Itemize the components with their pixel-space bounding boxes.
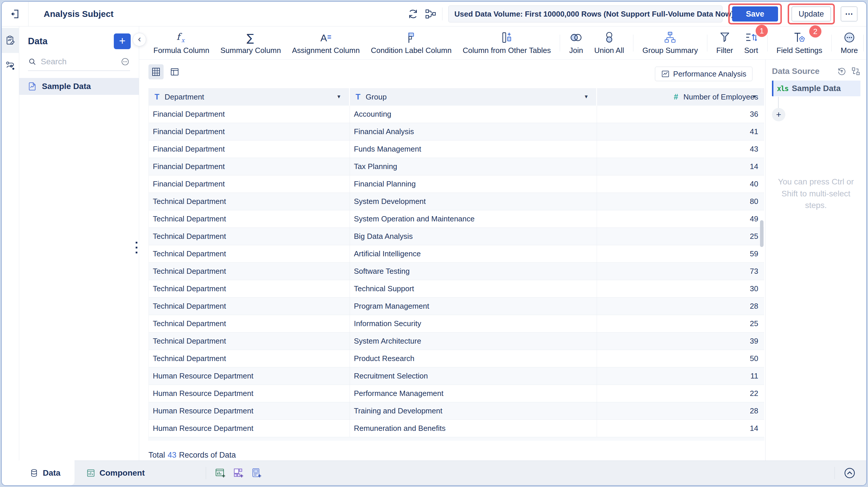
toolbar-group-summary[interactable]: Group Summary: [637, 31, 704, 55]
table-cell: Financial Department: [149, 175, 350, 193]
join-icon: [569, 31, 583, 44]
column-header-group[interactable]: TGroup▼: [350, 88, 597, 106]
table-row[interactable]: Financial DepartmentFinancial Analysis41: [149, 123, 764, 140]
table-row[interactable]: Financial DepartmentFinancial Planning40: [149, 175, 764, 193]
column-from-other-tables-icon: [500, 31, 514, 44]
search-input[interactable]: [41, 57, 116, 66]
table-row[interactable]: Technical DepartmentSystem Development80: [149, 193, 764, 210]
toolbar-union-all-label: Union All: [594, 46, 624, 55]
toolbar-join[interactable]: Join: [563, 31, 589, 55]
table-cell: Financial Department: [149, 106, 350, 123]
table-cell: Financial Analysis: [350, 123, 597, 140]
table-row[interactable]: Technical DepartmentTechnical Support30: [149, 280, 764, 298]
column-header-number-of-employees[interactable]: #Number of Employees▼: [597, 88, 764, 106]
switch-layout-button[interactable]: [851, 67, 861, 76]
toolbar-assignment-column[interactable]: AAssignment Column: [286, 31, 365, 55]
more-actions-button[interactable]: ⋯: [841, 6, 858, 22]
tab-data[interactable]: Data: [2, 460, 74, 485]
rail-tab-flow[interactable]: [2, 53, 19, 78]
table-row[interactable]: Human Resource DepartmentRemuneration an…: [149, 420, 764, 437]
table-cell: 28: [597, 298, 764, 315]
table-cell: Technical Department: [149, 193, 350, 210]
rail-tab-analysis[interactable]: [2, 28, 19, 53]
table-row[interactable]: Technical DepartmentBig Data Analysis25: [149, 228, 764, 245]
annotation-badge-1: 1: [756, 25, 768, 37]
table-row[interactable]: Financial DepartmentAccounting36: [149, 106, 764, 123]
add-chart-button[interactable]: [215, 467, 226, 479]
column-filter-caret-icon[interactable]: ▼: [584, 94, 589, 100]
app-window: Analysis Subject Used Data Volume: First…: [1, 1, 867, 486]
data-table: TDepartment▼TGroup▼#Number of Employees▼…: [149, 88, 764, 441]
history-icon: [837, 67, 846, 76]
step-history-button[interactable]: [837, 67, 846, 76]
data-source-step[interactable]: xls Sample Data: [772, 80, 861, 96]
table-row[interactable]: Financial DepartmentFunds Management43: [149, 140, 764, 158]
table-row[interactable]: Technical DepartmentArtificial Intellige…: [149, 245, 764, 263]
save-button[interactable]: Save: [732, 6, 778, 22]
column-header-department[interactable]: TDepartment▼: [149, 88, 350, 106]
toolbar-summary-column[interactable]: ∑Summary Column: [215, 31, 286, 55]
add-report-button[interactable]: [251, 467, 262, 479]
refresh-button[interactable]: [407, 8, 419, 20]
table-row[interactable]: Human Resource DepartmentRecruitment Sel…: [149, 367, 764, 385]
toolbar-field-settings-label: Field Settings: [777, 46, 823, 55]
column-filter-caret-icon[interactable]: ▼: [751, 94, 756, 100]
table-row[interactable]: Technical DepartmentSystem Operation and…: [149, 210, 764, 228]
table-row[interactable]: Technical DepartmentProduct Research50: [149, 350, 764, 367]
table-cell: System Architecture: [350, 332, 597, 350]
topbar-divider: [442, 7, 442, 20]
panel-more-button[interactable]: [120, 57, 130, 67]
table-row[interactable]: Technical DepartmentSystem Architecture3…: [149, 332, 764, 350]
performance-analysis-button[interactable]: Performance Analysis: [655, 67, 752, 81]
collapse-panel-button[interactable]: ‹: [133, 33, 146, 46]
vertical-scrollbar[interactable]: [760, 220, 764, 247]
table-row[interactable]: Financial DepartmentTax Planning14: [149, 158, 764, 175]
chevron-left-icon: ‹: [138, 33, 141, 44]
table-row[interactable]: Technical DepartmentInformation Security…: [149, 315, 764, 332]
data-tab-icon: [29, 468, 39, 478]
panel-drag-handle[interactable]: [134, 239, 138, 256]
table-cell: 22: [597, 385, 764, 402]
update-button[interactable]: Update: [792, 6, 831, 22]
table-row[interactable]: Human Resource DepartmentPerformance Man…: [149, 385, 764, 402]
add-step-button[interactable]: +: [772, 108, 785, 121]
tab-component[interactable]: Component: [74, 460, 157, 485]
xls-icon: xls: [777, 85, 788, 93]
toolbar-more[interactable]: More: [835, 31, 863, 55]
annotation-badge-2: 2: [809, 25, 822, 37]
table-row[interactable]: Technical DepartmentSoftware Testing73: [149, 263, 764, 280]
data-volume-dropdown[interactable]: Used Data Volume: First 10000,000 Rows (…: [448, 5, 722, 23]
table-cell: 25: [597, 315, 764, 332]
text-type-icon: T: [155, 93, 159, 101]
toolbar-condition-label-column[interactable]: Condition Label Column: [365, 31, 457, 55]
toolbar-formula-column[interactable]: fxFormula Column: [148, 31, 215, 55]
formula-column-icon: fx: [174, 31, 188, 44]
table-row[interactable]: Human Resource DepartmentTraining and De…: [149, 402, 764, 420]
table-cell: 49: [597, 210, 764, 228]
table-cell: Human Resource Department: [149, 420, 350, 437]
collapse-bottom-button[interactable]: [843, 466, 856, 480]
table-row[interactable]: Technical DepartmentProgram Management28: [149, 298, 764, 315]
assignment-column-icon: A: [319, 31, 333, 44]
sidebar-item-sample-data[interactable]: Sample Data: [19, 78, 139, 95]
add-data-button[interactable]: +: [114, 33, 131, 49]
flow-view-button[interactable]: [425, 8, 436, 20]
toolbar-formula-column-label: Formula Column: [153, 46, 209, 55]
toolbar-column-from-other-tables[interactable]: Column from Other Tables: [457, 31, 556, 55]
data-source-panel: Data Source xls Sample Data: [765, 60, 866, 460]
toolbar-filter[interactable]: Filter: [711, 31, 739, 55]
svg-text:x: x: [181, 37, 185, 43]
table-cell: 43: [597, 140, 764, 158]
top-bar: Analysis Subject Used Data Volume: First…: [2, 2, 866, 27]
toolbar-union-all[interactable]: Union All: [589, 31, 630, 55]
toolbar-condition-label-column-label: Condition Label Column: [371, 46, 452, 55]
table-view-button[interactable]: [167, 64, 182, 79]
table-cell: Technical Department: [149, 245, 350, 263]
back-button[interactable]: [2, 2, 29, 26]
column-filter-caret-icon[interactable]: ▼: [337, 94, 341, 100]
page-title: Analysis Subject: [44, 9, 114, 19]
grid-view-button[interactable]: [149, 64, 163, 79]
table-cell: Information Security: [350, 315, 597, 332]
add-dashboard-button[interactable]: [233, 467, 244, 479]
swap-icon: [851, 67, 861, 76]
